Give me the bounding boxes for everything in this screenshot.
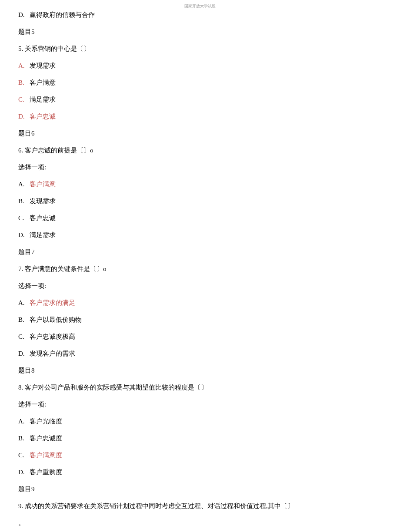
option-letter: A.: [18, 61, 30, 70]
watermark-text: 国家开放大学试题: [184, 3, 216, 9]
option-text: 客户忠诚: [30, 215, 56, 221]
option-line: C.客户忠诚: [18, 214, 382, 223]
option-letter: B.: [18, 78, 30, 87]
option-line: D.客户忠诚: [18, 112, 382, 121]
option-text: 客户满意: [30, 79, 56, 86]
option-text: 发现需求: [30, 62, 56, 69]
option-letter: B.: [18, 197, 30, 206]
option-line: A.客户需求的满足: [18, 298, 382, 307]
option-text: 客户忠诚度极高: [30, 333, 75, 340]
option-letter: C.: [18, 451, 30, 460]
option-text: 发现客户的需求: [30, 350, 75, 357]
option-line: D.满足需求: [18, 231, 382, 240]
option-letter: C.: [18, 95, 30, 104]
question-heading: 题目7: [18, 248, 382, 257]
option-text: 客户满意度: [30, 452, 62, 459]
option-letter: A.: [18, 180, 30, 189]
option-letter: B.: [18, 434, 30, 443]
option-text: 发现需求: [30, 198, 56, 205]
option-line: A.发现需求: [18, 61, 382, 70]
option-line: B.发现需求: [18, 197, 382, 206]
option-text: 客户重购度: [30, 469, 62, 476]
option-line: D.客户重购度: [18, 468, 382, 477]
option-text: 客户以最低价购物: [30, 316, 82, 323]
option-text: 客户满意: [30, 181, 56, 188]
option-text: 赢得政府的信赖与合作: [30, 11, 95, 18]
option-line: C.满足需求: [18, 95, 382, 104]
option-letter: A.: [18, 298, 30, 307]
question-stem: 7. 客户满意的关键条件是〔〕o: [18, 264, 382, 274]
option-letter: D.: [18, 468, 30, 477]
option-line: C.客户满意度: [18, 451, 382, 460]
option-line: D.赢得政府的信赖与合作: [18, 10, 382, 20]
option-letter: D.: [18, 231, 30, 240]
document-body: D.赢得政府的信赖与合作题目55. 关系营销的中心是〔〕A.发现需求B.客户满意…: [18, 0, 382, 528]
option-text: 客户忠诚: [30, 113, 56, 120]
option-letter: D.: [18, 10, 30, 20]
question-stem: 6. 客户忠诚的前提是〔〕o: [18, 146, 382, 155]
option-text: 满足需求: [30, 231, 56, 238]
option-line: A.客户满意: [18, 180, 382, 189]
question-heading: 题目5: [18, 27, 382, 36]
option-text: 客户忠诚度: [30, 435, 62, 442]
option-line: B.客户以最低价购物: [18, 315, 382, 324]
option-letter: D.: [18, 349, 30, 358]
option-letter: B.: [18, 315, 30, 324]
option-line: D.发现客户的需求: [18, 349, 382, 358]
question-heading: 题目6: [18, 129, 382, 138]
option-line: B.客户忠诚度: [18, 434, 382, 443]
text-line: 选择一项:: [18, 163, 382, 172]
text-line: 。: [18, 519, 382, 528]
text-line: 选择一项:: [18, 400, 382, 409]
question-stem: 8. 客户对公司产品和服务的实际感受与其期望值比较的程度是〔〕: [18, 383, 382, 392]
option-text: 客户需求的满足: [30, 299, 75, 306]
question-stem: 9. 成功的关系营销要求在关系营销计划过程中同时考虑交互过程、对话过程和价值过程…: [18, 502, 382, 511]
option-letter: C.: [18, 332, 30, 341]
question-heading: 题目8: [18, 366, 382, 375]
option-letter: C.: [18, 214, 30, 223]
question-heading: 题目9: [18, 485, 382, 494]
option-letter: D.: [18, 112, 30, 121]
option-line: B.客户满意: [18, 78, 382, 87]
option-letter: A.: [18, 417, 30, 426]
text-line: 选择一项:: [18, 281, 382, 291]
option-text: 客户光临度: [30, 418, 62, 425]
option-line: C.客户忠诚度极高: [18, 332, 382, 341]
question-stem: 5. 关系营销的中心是〔〕: [18, 44, 382, 53]
option-line: A.客户光临度: [18, 417, 382, 426]
option-text: 满足需求: [30, 96, 56, 103]
